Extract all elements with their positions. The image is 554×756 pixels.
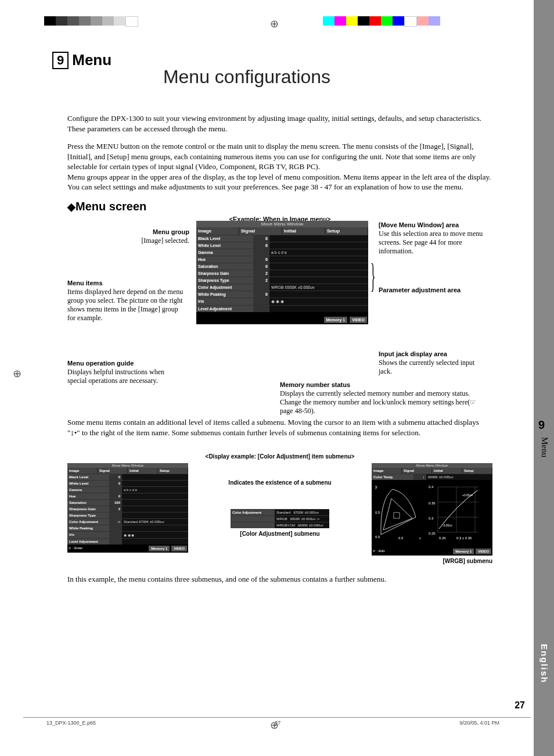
svg-text:x: x [419,536,421,540]
osd-row: Gammaa b c d e [67,486,188,493]
osd-row: Color AdjustmentWRGB 6500K ±0.000uv [196,284,368,291]
callout-indicates: Indicates the existence of a submenu [193,479,367,486]
osd-tabs: Image Signal Initial Setup [196,227,368,235]
section-menu-screen: ◆Menu screen [67,200,492,213]
osd-row: Saturation0 [196,263,368,270]
svg-text:0.4: 0.4 [429,485,434,489]
annot-menu-items: Menu itemsItems displayed here depend on… [67,279,184,323]
footer-rule [23,717,531,718]
osd-row: Color Adjustment↕•Standard 6700K ±0.000u… [67,518,188,525]
svg-text:0.3: 0.3 [429,517,434,520]
osd-row: White Peaking0 [196,291,368,298]
osd-move-bar: Move Menu Window [196,221,368,227]
closing-para: In this example, the menu contains three… [67,575,492,584]
print-colorbar-left [44,16,138,26]
osd-tab-signal: Signal [239,227,282,235]
osd-tab-image: Image [196,227,239,235]
example2-label: <Display example: [Color Adjustment] ite… [67,453,492,460]
svg-text:0.5: 0.5 [375,511,380,514]
footer-date: 9/20/05, 4:01 PM [459,720,499,726]
intro-p3: Menu groups appear in the upper area of … [67,172,492,192]
osd-row: Hue0 [67,493,188,499]
svg-text:0.25: 0.25 [429,532,436,535]
callout-wrgb-sub: [WRGB] submenu [372,558,492,564]
osd-row: Iris◉ ◉ ◉ [67,531,188,538]
intro-p1: Configure the DPX-1300 to suit your view… [67,113,492,134]
side-tab: 9 Menu English [534,0,554,756]
osd-row: White Level0 [67,480,188,486]
reg-mark-left: ⊕ [13,367,21,380]
svg-rect-0 [374,482,425,540]
annot-input-jack: Input jack display areaShows the current… [379,350,489,376]
svg-rect-7 [427,482,481,540]
print-footer: 13_DPX-1300_E.p65 27 9/20/05, 4:01 PM [46,720,499,726]
annot-operation-guide: Menu operation guideDisplays helpful ins… [67,359,184,385]
osd-row: Iris◉ ◉ ◉ [196,298,368,305]
osd-tab-setup: Setup [325,227,368,235]
osd-tab-initial: Initial [282,227,325,235]
svg-text:0.35: 0.35 [429,501,436,505]
osd-row: Sharpness Type [67,512,188,518]
footer-file: 13_DPX-1300_E.p65 [46,720,96,726]
osd-row: Sharpness Gain2 [67,506,188,512]
brace-icon: } [370,256,376,296]
svg-text:0.5: 0.5 [398,536,404,540]
osd-row: Sharpness Type2 [196,277,368,284]
svg-text:+0.05uv: +0.05uv [462,493,473,497]
osd-memory: Memory 1 [324,317,348,323]
osd-video: VIDEO [350,317,367,323]
body-text: Configure the DPX-1300 to suit your view… [67,106,492,225]
svg-text:0.25: 0.25 [439,536,446,540]
reg-mark-top: ⊕ [270,17,279,30]
osd-row: Gammaa b c d e [196,249,368,256]
svg-text:0.0: 0.0 [375,535,380,539]
callout-ca-sub: [Color Adjustment] submenu [193,531,367,537]
osd-main: Move Menu Window Image Signal Initial Se… [196,221,368,324]
side-chapter-num: 9 [538,418,545,432]
osd-right: Move Menu Window Image Signal Initial Se… [372,463,492,564]
osd-row: White Peaking [67,525,188,531]
annot-menu-group: Menu group[Image] selected. [67,228,189,245]
whitepoint-detail-icon: 0.4 0.35 0.3 0.25 0.25 0.3 x 0.35 +0.05u… [427,482,481,540]
page-title: Menu configurations [0,66,494,88]
osd-row: Sharpness Gain2 [196,270,368,277]
svg-text:y: y [375,485,377,489]
osd-row: Level Adjustment [196,305,368,312]
side-language: English [539,644,549,683]
footer-pg: 27 [275,720,280,726]
osd-row: Black Level0 [67,474,188,480]
svg-text:0.3 x 0.35: 0.3 x 0.35 [456,536,472,540]
osd-ca-submenu: Color AdjustmentStandard 6700K ±0.000uv … [231,509,329,528]
annot-move-window: [Move Menu Window] areaUse this selectio… [379,221,489,256]
osd-row: Level Adjustment [67,538,188,544]
osd-row: Black Level0 [196,235,368,242]
annot-param-area: Parameter adjustment area [379,286,489,295]
submenu-para: Some menu items contain an additional le… [67,417,492,438]
side-chapter-name: Menu [539,437,549,457]
chromaticity-chart-icon: y 0.5 0.0 0.5 x [374,482,425,540]
osd-row: Saturation100 [67,499,188,506]
svg-text:-0.05uv: -0.05uv [443,524,452,527]
annot-memory-status: Memory number statusDisplays the current… [280,381,489,415]
intro-p2: Press the MENU button on the remote cont… [67,141,492,172]
osd-row: White Level0 [196,242,368,249]
osd-row: Hue0 [196,256,368,263]
print-colorbar-right [323,16,440,26]
page-number: 27 [515,700,525,711]
osd-left: Move Menu Window Image Signal Initial Se… [67,463,188,553]
